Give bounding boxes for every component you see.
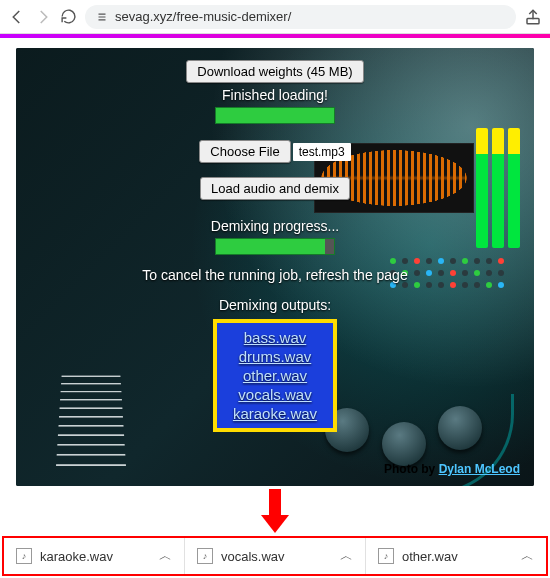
loading-progress-bar bbox=[215, 107, 335, 124]
output-link[interactable]: bass.wav bbox=[244, 329, 307, 346]
reload-icon[interactable] bbox=[60, 8, 77, 25]
annotation-arrow bbox=[0, 489, 550, 533]
download-weights-button[interactable]: Download weights (45 MB) bbox=[186, 60, 363, 83]
output-link[interactable]: vocals.wav bbox=[238, 386, 311, 403]
outputs-heading: Demixing outputs: bbox=[219, 297, 331, 313]
downloads-bar: ♪karaoke.wav ︿ ♪vocals.wav ︿ ♪other.wav … bbox=[2, 536, 548, 576]
demix-progress-bar bbox=[215, 238, 335, 255]
cancel-hint: To cancel the running job, refresh the p… bbox=[142, 267, 407, 283]
demix-progress-label: Demixing progress... bbox=[211, 218, 339, 234]
site-info-icon[interactable] bbox=[95, 10, 109, 24]
download-item[interactable]: ♪vocals.wav ︿ bbox=[185, 538, 366, 574]
svg-rect-0 bbox=[527, 18, 539, 23]
loading-status: Finished loading! bbox=[222, 87, 328, 103]
share-icon[interactable] bbox=[524, 8, 542, 26]
file-icon: ♪ bbox=[197, 548, 213, 564]
outputs-box: bass.wav drums.wav other.wav vocals.wav … bbox=[213, 319, 337, 432]
url-text: sevag.xyz/free-music-demixer/ bbox=[115, 9, 291, 24]
address-bar[interactable]: sevag.xyz/free-music-demixer/ bbox=[85, 5, 516, 29]
output-link[interactable]: karaoke.wav bbox=[233, 405, 317, 422]
file-icon: ♪ bbox=[16, 548, 32, 564]
forward-icon[interactable] bbox=[34, 8, 52, 26]
chevron-up-icon[interactable]: ︿ bbox=[340, 547, 353, 565]
photo-credit-link[interactable]: Dylan McLeod bbox=[439, 462, 520, 476]
output-link[interactable]: drums.wav bbox=[239, 348, 312, 365]
chosen-file-label: test.mp3 bbox=[293, 143, 351, 161]
back-icon[interactable] bbox=[8, 8, 26, 26]
accent-bar bbox=[0, 34, 550, 38]
download-item[interactable]: ♪other.wav ︿ bbox=[366, 538, 546, 574]
photo-credit: Photo by Dylan McLeod bbox=[384, 462, 520, 476]
output-link[interactable]: other.wav bbox=[243, 367, 307, 384]
choose-file-button[interactable]: Choose File bbox=[199, 140, 290, 163]
download-item[interactable]: ♪karaoke.wav ︿ bbox=[4, 538, 185, 574]
browser-toolbar: sevag.xyz/free-music-demixer/ bbox=[0, 0, 550, 34]
file-icon: ♪ bbox=[378, 548, 394, 564]
chevron-up-icon[interactable]: ︿ bbox=[159, 547, 172, 565]
load-audio-demix-button[interactable]: Load audio and demix bbox=[200, 177, 350, 200]
chevron-up-icon[interactable]: ︿ bbox=[521, 547, 534, 565]
hero-panel: Download weights (45 MB) Finished loadin… bbox=[16, 48, 534, 486]
